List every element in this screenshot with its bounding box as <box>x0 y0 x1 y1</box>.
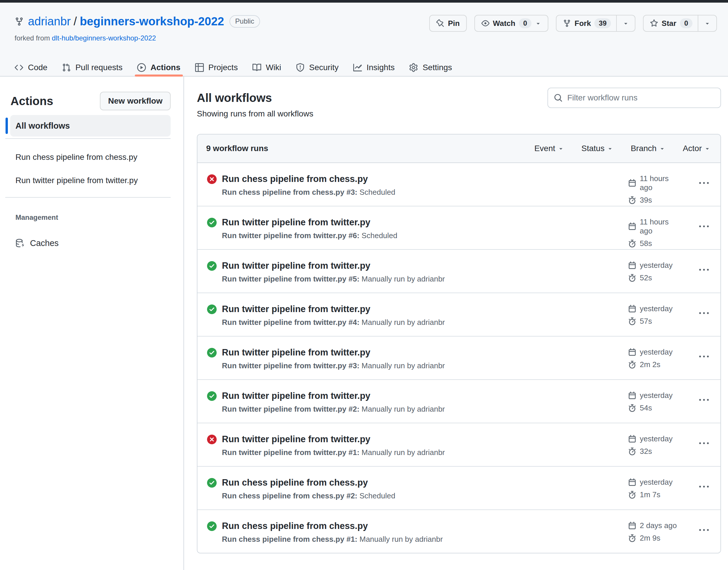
workflow-run-title[interactable]: Run twitter pipeline from twitter.py <box>222 347 445 358</box>
x-circle-icon <box>207 175 217 184</box>
tab-insights[interactable]: Insights <box>348 59 400 76</box>
calendar-icon <box>628 435 636 443</box>
workflow-run-title[interactable]: Run chess pipeline from chess.py <box>222 174 395 184</box>
run-trigger-detail: Scheduled <box>357 188 395 197</box>
workflow-run-row: Run twitter pipeline from twitter.py Run… <box>197 250 720 293</box>
selected-indicator <box>6 117 8 134</box>
run-name: Run chess pipeline from chess.py #1: <box>222 535 357 544</box>
watch-count: 0 <box>519 18 531 28</box>
sidebar-title: Actions <box>10 95 53 108</box>
tab-label: Actions <box>151 63 181 72</box>
workflow-run-row: Run chess pipeline from chess.py Run che… <box>197 510 720 553</box>
workflow-run-title[interactable]: Run twitter pipeline from twitter.py <box>222 304 445 314</box>
run-start-time: yesterday <box>628 434 681 444</box>
sidebar-item-caches[interactable]: Caches <box>15 237 184 250</box>
tab-pull-requests[interactable]: Pull requests <box>57 59 127 76</box>
watch-dropdown[interactable] <box>535 20 541 26</box>
book-icon <box>252 63 261 72</box>
pin-label: Pin <box>448 19 460 28</box>
run-duration: 32s <box>628 447 681 456</box>
workflow-run-title[interactable]: Run chess pipeline from chess.py <box>222 478 395 488</box>
stopwatch-icon <box>628 361 636 369</box>
calendar-icon <box>628 478 636 487</box>
kebab-icon <box>699 482 709 492</box>
run-name: Run twitter pipeline from twitter.py #5: <box>222 275 359 283</box>
workflow-run-title[interactable]: Run twitter pipeline from twitter.py <box>222 391 445 401</box>
play-icon <box>137 63 146 72</box>
workflow-run-title[interactable]: Run twitter pipeline from twitter.py <box>222 217 398 228</box>
run-options-button[interactable] <box>699 304 709 318</box>
tab-settings[interactable]: Settings <box>405 59 457 76</box>
repo-owner-link[interactable]: adrianbr <box>28 15 71 28</box>
workflow-run-title[interactable]: Run twitter pipeline from twitter.py <box>222 434 445 445</box>
sidebar-item-all-workflows[interactable]: All workflows <box>10 115 171 136</box>
tab-security[interactable]: Security <box>291 59 343 76</box>
tab-actions[interactable]: Actions <box>133 59 185 76</box>
graph-icon <box>353 63 362 72</box>
run-options-button[interactable] <box>699 391 709 405</box>
tab-projects[interactable]: Projects <box>191 59 243 76</box>
search-icon <box>554 93 562 102</box>
tab-label: Security <box>309 63 339 72</box>
fork-dropdown[interactable] <box>616 15 635 31</box>
check-circle-icon <box>207 261 217 271</box>
calendar-icon <box>628 261 636 270</box>
check-circle-icon <box>207 478 217 488</box>
tab-code[interactable]: Code <box>10 59 52 76</box>
run-trigger-detail: Manually run by adrianbr <box>359 361 445 370</box>
filter-label: Branch <box>631 144 657 153</box>
run-trigger-detail: Manually run by adrianbr <box>357 535 443 544</box>
star-label: Star <box>662 19 677 28</box>
filter-actor[interactable]: Actor <box>683 144 711 153</box>
star-button[interactable]: Star0 <box>643 15 717 32</box>
pin-button[interactable]: Pin <box>429 15 467 32</box>
repo-title-separator: / <box>74 15 77 28</box>
run-name: Run twitter pipeline from twitter.py #6: <box>222 231 359 240</box>
filter-event[interactable]: Event <box>534 144 564 153</box>
tab-wiki[interactable]: Wiki <box>248 59 286 76</box>
filter-status[interactable]: Status <box>581 144 613 153</box>
run-start-time: yesterday <box>628 261 681 270</box>
repo-header: adrianbr / beginners-workshop-2022 Publi… <box>0 3 728 76</box>
tab-label: Settings <box>423 63 452 72</box>
watch-button[interactable]: Watch0 <box>474 15 548 32</box>
run-trigger-detail: Scheduled <box>357 491 395 500</box>
run-options-button[interactable] <box>699 521 709 535</box>
forked-from-link[interactable]: dlt-hub/beginners-workshop-2022 <box>52 34 156 42</box>
run-options-button[interactable] <box>699 218 709 231</box>
run-duration: 2m 9s <box>628 534 681 543</box>
calendar-icon <box>628 179 636 187</box>
run-options-button[interactable] <box>699 174 709 188</box>
workflow-run-title[interactable]: Run chess pipeline from chess.py <box>222 521 443 531</box>
stopwatch-icon <box>628 196 636 204</box>
gear-icon <box>409 63 418 72</box>
workflow-run-title[interactable]: Run twitter pipeline from twitter.py <box>222 261 445 271</box>
run-start-time: yesterday <box>628 304 681 313</box>
fork-button[interactable]: Fork39 <box>556 15 636 32</box>
triangle-down-icon <box>607 145 613 152</box>
run-options-button[interactable] <box>699 478 709 492</box>
run-options-button[interactable] <box>699 434 709 448</box>
star-dropdown[interactable] <box>698 15 716 31</box>
workflow-run-description: Run twitter pipeline from twitter.py #1:… <box>222 448 445 457</box>
check-circle-icon <box>207 391 217 401</box>
kebab-icon <box>699 309 709 318</box>
filter-branch[interactable]: Branch <box>631 144 665 153</box>
run-start-time: 2 days ago <box>628 521 681 530</box>
run-options-button[interactable] <box>699 348 709 361</box>
runs-count-label: 9 workflow runs <box>206 144 268 153</box>
sidebar-divider <box>5 138 171 139</box>
run-options-button[interactable] <box>699 261 709 275</box>
filter-label: Actor <box>683 144 702 153</box>
repo-name-link[interactable]: beginners-workshop-2022 <box>80 15 224 28</box>
sidebar-workflow-item[interactable]: Run chess pipeline from chess.py <box>15 152 171 162</box>
workflow-run-description: Run twitter pipeline from twitter.py #4:… <box>222 318 445 327</box>
workflow-runs-main: All workflows Showing runs from all work… <box>184 76 728 570</box>
workflow-run-row: Run twitter pipeline from twitter.py Run… <box>197 423 720 467</box>
sidebar-workflow-item[interactable]: Run twitter pipeline from twitter.py <box>15 176 171 186</box>
filter-workflow-runs-input[interactable] <box>567 93 715 102</box>
run-name: Run chess pipeline from chess.py #2: <box>222 491 357 500</box>
new-workflow-button[interactable]: New workflow <box>100 92 171 110</box>
repo-forked-icon <box>15 17 24 26</box>
filter-label: Status <box>581 144 604 153</box>
